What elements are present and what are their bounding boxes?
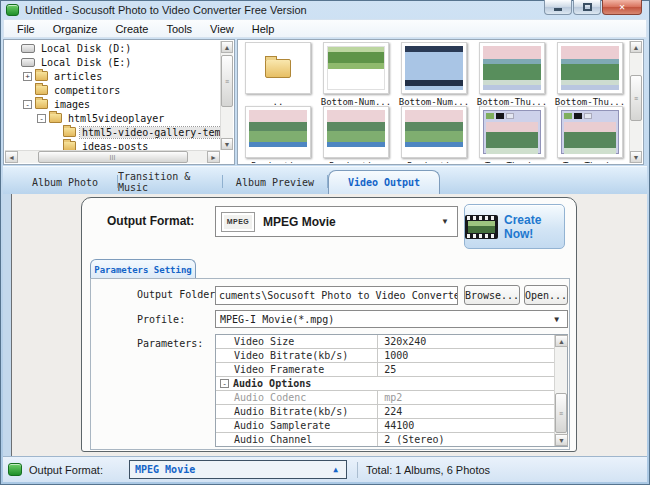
- thumb-vertical-scrollbar[interactable]: ▲ ≡ ▼: [629, 41, 642, 163]
- tree-vertical-scrollbar[interactable]: ▲ ≡ ▼: [220, 41, 233, 150]
- scroll-down-icon[interactable]: ▼: [555, 434, 568, 446]
- tree-item-html5videoplayer[interactable]: -html5videoplayer: [5, 111, 220, 125]
- tree-item-local-disk-e-[interactable]: Local Disk (E:): [5, 55, 220, 69]
- param-value: 25: [378, 364, 396, 375]
- tree-item-label: competitors: [52, 85, 122, 96]
- tree-item-ideas-posts[interactable]: ideas-posts: [5, 139, 220, 150]
- app-window: Untitled - Socusoft Photo to Video Conve…: [0, 0, 650, 485]
- scroll-right-icon[interactable]: ►: [207, 151, 220, 163]
- scroll-up-icon[interactable]: ▲: [555, 335, 568, 347]
- browse-button[interactable]: Browse...: [464, 285, 520, 305]
- param-row-audio-codenc[interactable]: Audio Codencmp2: [216, 391, 554, 405]
- minimize-button[interactable]: [544, 0, 572, 15]
- status-format-dropdown[interactable]: MPEG Movie ▲: [129, 460, 347, 479]
- folder-icon: [49, 113, 62, 123]
- expand-icon[interactable]: +: [23, 72, 32, 81]
- thumbnail-scene-d: [327, 110, 385, 154]
- scroll-down-icon[interactable]: ▼: [630, 151, 642, 163]
- tree-item-images[interactable]: -images: [5, 97, 220, 111]
- status-bar: Output Format: MPEG Movie ▲ Total: 1 Alb…: [3, 456, 647, 482]
- thumbnail-item[interactable]: Bottom-Thu...: [474, 42, 550, 107]
- thumbnail-item[interactable]: Top-Thumbn: [474, 106, 550, 163]
- tab-video-output[interactable]: Video Output: [328, 170, 440, 194]
- folder-icon: [63, 141, 76, 150]
- strip-square: [564, 113, 572, 119]
- status-format-value: MPEG Movie: [135, 464, 195, 475]
- thumb-icon-strip: [486, 113, 538, 120]
- param-row-audio-channel[interactable]: Audio Channel2 (Stereo): [216, 433, 554, 446]
- param-value: 1000: [378, 350, 408, 361]
- output-format-label: Output Format:: [107, 214, 194, 228]
- parameters-table: Video Size320x240Video Bitrate(kb/s)1000…: [215, 334, 568, 447]
- thumb-vscroll-thumb[interactable]: ≡: [630, 75, 642, 121]
- output-format-value: MPEG Movie: [263, 215, 336, 229]
- tree-item-competitors[interactable]: competitors: [5, 83, 220, 97]
- thumbnail-item[interactable]: Top-Thumbn: [552, 106, 628, 163]
- param-name: Video Bitrate(kb/s): [216, 349, 378, 362]
- create-now-button[interactable]: Create Now!: [464, 204, 565, 249]
- parameters-label: Parameters:: [137, 338, 203, 349]
- param-row-audio-bitrate-kb-s-[interactable]: Audio Bitrate(kb/s)224: [216, 405, 554, 419]
- tree-vscroll-thumb[interactable]: ≡: [221, 55, 233, 107]
- parameters-setting-tab[interactable]: Parameters Setting: [90, 259, 196, 279]
- scroll-left-icon[interactable]: ◄: [5, 151, 18, 163]
- tab-album-preview[interactable]: Album Preview: [223, 170, 327, 194]
- collapse-icon[interactable]: -: [23, 100, 32, 109]
- menu-item-view[interactable]: View: [201, 21, 243, 37]
- collapse-icon[interactable]: -: [220, 379, 229, 388]
- scroll-up-icon[interactable]: ▲: [221, 41, 233, 53]
- tab-transition-music[interactable]: Transition & Music: [118, 170, 222, 194]
- thumbnail-label: Pagination: [240, 161, 316, 163]
- main-tab-bar: Album PhotoTransition & MusicAlbum Previ…: [3, 166, 647, 194]
- tree-item-html5-video-gallery-template[interactable]: html5-video-gallery-template: [5, 125, 220, 139]
- output-format-dropdown[interactable]: MPEG MPEG Movie ▼: [215, 206, 458, 237]
- param-value: 2 (Stereo): [378, 434, 444, 445]
- scroll-down-icon[interactable]: ▼: [221, 138, 233, 150]
- thumbnail-item[interactable]: Bottom-Thu...: [552, 42, 628, 107]
- param-row-video-size[interactable]: Video Size320x240: [216, 335, 554, 349]
- thumbnail-image: [557, 106, 623, 158]
- menu-item-tools[interactable]: Tools: [157, 21, 201, 37]
- output-folder-input[interactable]: cuments\Socusoft Photo to Video Converte…: [215, 286, 458, 305]
- thumbnail-item[interactable]: Pagination: [240, 106, 316, 163]
- thumbnail-label: Top-Thumbn: [552, 161, 628, 163]
- tab-album-photo[interactable]: Album Photo: [13, 170, 117, 194]
- close-button[interactable]: ✕: [602, 0, 642, 15]
- param-row-audio-options[interactable]: -Audio Options: [216, 377, 554, 391]
- thumbnail-grid: ..Bottom-Num...Bottom-Num...Bottom-Thu..…: [240, 42, 628, 163]
- tree-item-articles[interactable]: +articles: [5, 69, 220, 83]
- tree-horizontal-scrollbar[interactable]: ◄ III ►: [5, 150, 220, 163]
- param-value: 320x240: [378, 336, 426, 347]
- menu-item-help[interactable]: Help: [243, 21, 284, 37]
- drive-icon: [21, 44, 35, 53]
- thumbnail-item[interactable]: ..: [240, 42, 316, 107]
- tree-item-label: Local Disk (D:): [39, 43, 133, 54]
- thumbnail-image: [323, 42, 389, 94]
- scroll-up-icon[interactable]: ▲: [630, 41, 642, 53]
- collapse-icon[interactable]: -: [37, 114, 46, 123]
- parameters-fieldset: Output Folder: cuments\Socusoft Photo to…: [90, 278, 570, 450]
- open-button[interactable]: Open...: [524, 285, 568, 305]
- tree-hscroll-thumb[interactable]: III: [38, 151, 188, 163]
- param-row-video-framerate[interactable]: Video Framerate25: [216, 363, 554, 377]
- profile-dropdown[interactable]: MPEG-I Movie(*.mpg) ▼: [215, 310, 568, 328]
- table-vscroll-thumb[interactable]: ≡: [555, 393, 567, 433]
- status-separator: [357, 462, 358, 478]
- maximize-button[interactable]: [573, 0, 601, 15]
- table-vertical-scrollbar[interactable]: ▲ ≡ ▼: [554, 335, 567, 446]
- folder-icon: [63, 127, 76, 137]
- param-row-video-bitrate-kb-s-[interactable]: Video Bitrate(kb/s)1000: [216, 349, 554, 363]
- thumbnail-item[interactable]: Pagination: [396, 106, 472, 163]
- thumbnail-image: [479, 106, 545, 158]
- tree-item-local-disk-d-[interactable]: Local Disk (D:): [5, 41, 220, 55]
- thumbnail-item[interactable]: Pagination: [318, 106, 394, 163]
- folder-tree: Local Disk (D:)Local Disk (E:)+articlesc…: [5, 41, 220, 150]
- app-status-icon: [8, 463, 22, 476]
- param-row-audio-samplerate[interactable]: Audio Samplerate44100: [216, 419, 554, 433]
- menu-item-file[interactable]: File: [8, 21, 44, 37]
- thumbnail-item[interactable]: Bottom-Num...: [318, 42, 394, 107]
- video-output-pane: Output Format: MPEG MPEG Movie ▼ Create …: [3, 194, 647, 456]
- thumbnail-item[interactable]: Bottom-Num...: [396, 42, 472, 107]
- menu-item-organize[interactable]: Organize: [44, 21, 107, 37]
- menu-item-create[interactable]: Create: [106, 21, 157, 37]
